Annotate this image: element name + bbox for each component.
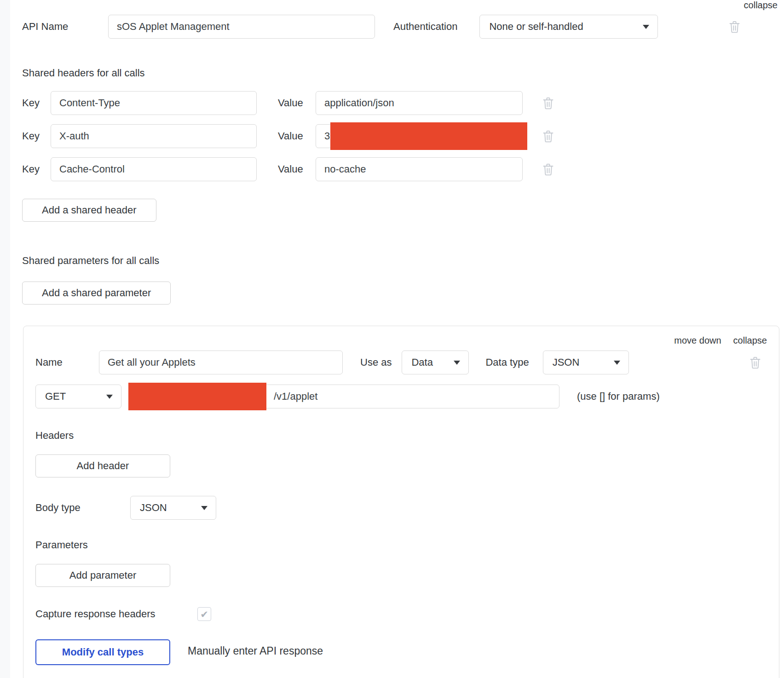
delete-header-button[interactable] [542,97,554,110]
body-type-label: Body type [35,502,130,514]
headers-label: Headers [35,430,772,442]
header-value-wrap [316,124,523,148]
value-label: Value [278,97,308,109]
header-key-input[interactable] [51,124,257,148]
call-url-row: GET (use [] for params) [35,385,772,408]
call-name-input[interactable] [99,350,343,374]
add-shared-header-button[interactable]: Add a shared header [22,199,156,222]
api-call-card: move down collapse Name Use as Data Data… [23,326,779,678]
add-parameter-button[interactable]: Add parameter [35,564,170,587]
chevron-down-icon [643,25,649,29]
trash-icon [749,356,761,369]
shared-header-row: Key Value [22,91,779,115]
call-card-links: move down collapse [35,335,772,346]
shared-parameters-title: Shared parameters for all calls [22,255,779,267]
body-type-value: JSON [140,502,167,514]
shared-headers-list: Key Value Key Value [22,91,779,181]
chevron-down-icon [614,361,620,365]
data-type-value: JSON [553,356,580,368]
key-label: Key [22,130,51,142]
use-as-select[interactable]: Data [402,350,469,374]
api-collapse-link[interactable]: collapse [744,0,778,11]
page: collapse API Name Authentication None or… [0,0,784,678]
chevron-down-icon [201,506,208,510]
delete-call-button[interactable] [749,356,761,369]
call-name-label: Name [35,356,99,368]
use-as-value: Data [411,356,432,368]
body-type-select[interactable]: JSON [130,496,216,520]
authentication-label: Authentication [393,21,457,33]
manually-enter-response-link[interactable]: Manually enter API response [188,645,323,657]
header-value-wrap [316,157,523,181]
chevron-down-icon [454,361,460,365]
shared-headers-title: Shared headers for all calls [22,67,779,79]
parameters-label: Parameters [35,539,772,551]
api-name-row: API Name Authentication None or self-han… [22,15,779,39]
delete-api-button[interactable] [728,20,741,34]
move-down-link[interactable]: move down [674,335,721,346]
api-name-label: API Name [22,21,108,33]
api-name-input[interactable] [108,15,375,39]
capture-response-row: Capture response headers ✔ [35,607,772,621]
redaction-overlay [330,122,527,150]
authentication-select[interactable]: None or self-handled [479,15,658,39]
check-icon: ✔ [200,609,208,619]
shared-header-row: Key Value [22,124,779,148]
capture-response-headers-checkbox[interactable]: ✔ [197,607,211,621]
shared-header-row: Key Value [22,157,779,181]
delete-header-button[interactable] [542,130,554,143]
redaction-overlay [128,383,266,410]
value-label: Value [278,130,308,142]
header-key-input[interactable] [51,91,257,115]
header-value-input[interactable] [316,91,523,115]
http-method-select[interactable]: GET [35,385,121,408]
call-collapse-link[interactable]: collapse [733,335,767,346]
modify-call-types-button[interactable]: Modify call types [35,639,170,665]
value-label: Value [278,163,308,175]
body-type-row: Body type JSON [35,496,772,520]
url-input-wrap [130,385,559,408]
chevron-down-icon [106,395,113,399]
trash-icon [728,20,741,34]
use-as-label: Use as [360,356,392,368]
key-label: Key [22,163,51,175]
data-type-select[interactable]: JSON [543,350,629,374]
authentication-value: None or self-handled [489,21,583,33]
url-params-hint: (use [] for params) [577,391,660,402]
trash-icon [542,97,554,110]
call-name-row: Name Use as Data Data type JSON [35,350,772,374]
api-config-panel: collapse API Name Authentication None or… [10,0,784,678]
trash-icon [542,163,554,176]
header-value-input[interactable] [316,157,523,181]
delete-header-button[interactable] [542,163,554,176]
header-key-input[interactable] [51,157,257,181]
key-label: Key [22,97,51,109]
add-header-button[interactable]: Add header [35,454,170,477]
trash-icon [542,130,554,143]
header-value-wrap [316,91,523,115]
capture-response-label: Capture response headers [35,608,197,620]
add-shared-parameter-button[interactable]: Add a shared parameter [22,282,171,305]
call-actions-row: Modify call types Manually enter API res… [35,639,772,665]
http-method-value: GET [45,391,66,402]
data-type-label: Data type [485,356,529,368]
